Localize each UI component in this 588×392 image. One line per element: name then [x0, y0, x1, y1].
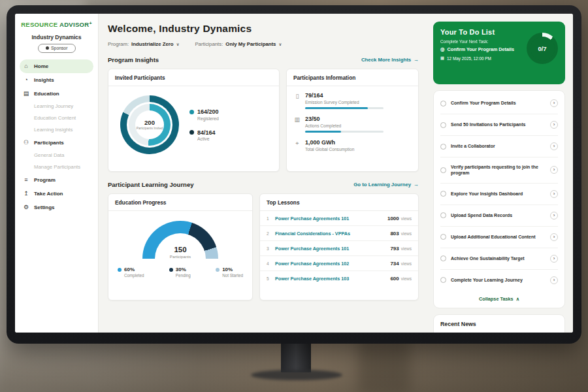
- chevron-right-icon[interactable]: ›: [550, 166, 558, 174]
- sidebar-item-label: Manage Participants: [34, 164, 80, 170]
- page-title: Welcome, Industry Dynamics: [108, 23, 419, 35]
- check-more-insights-label: Check More Insights: [361, 57, 411, 63]
- chevron-right-icon[interactable]: ›: [550, 212, 558, 220]
- sidebar-item-general-data[interactable]: General Data: [15, 150, 98, 161]
- lesson-link[interactable]: Power Purchase Agreements 102: [275, 261, 385, 267]
- participants-filter[interactable]: Participants: Only My Participants ∨: [195, 41, 282, 47]
- task-row[interactable]: Confirm Your Program Details ›: [440, 93, 558, 114]
- sidebar-item-take-action[interactable]: ↥ Take Action: [15, 187, 98, 201]
- chevron-right-icon[interactable]: ›: [550, 255, 558, 263]
- donut-center: 200 Participants Invited: [135, 110, 164, 139]
- pending-value: 30%: [176, 267, 186, 272]
- task-checkbox[interactable]: [440, 144, 446, 150]
- insights-icon: ◔: [23, 76, 29, 83]
- task-checkbox[interactable]: [440, 212, 446, 218]
- todo-summary-card: Your To Do List Complete Your Next Task:…: [433, 22, 565, 84]
- sidebar-item-learning-insights[interactable]: Learning Insights: [15, 124, 98, 136]
- actions-progress-bar: [305, 131, 384, 133]
- chevron-right-icon[interactable]: ›: [550, 142, 558, 150]
- todo-next-task-label: Confirm Your Program Details: [448, 46, 514, 52]
- sponsor-badge-label: Sponsor: [51, 46, 67, 50]
- learning-cards-row: Education Progress 150 Participants: [108, 193, 419, 301]
- task-checkbox[interactable]: [440, 191, 446, 197]
- stat-label: Emission Survey Completed: [305, 100, 384, 105]
- education-icon: ▤: [23, 90, 29, 97]
- sidebar-item-education-content[interactable]: Education Content: [15, 112, 98, 124]
- task-checkbox[interactable]: [440, 277, 446, 283]
- sidebar-item-settings[interactable]: ⚙ Settings: [15, 201, 98, 214]
- lesson-link[interactable]: Power Purchase Agreements 101: [275, 216, 383, 221]
- task-row[interactable]: Achieve One Sustainability Target ›: [440, 248, 558, 270]
- sidebar-item-learning-journey[interactable]: Learning Journey: [15, 101, 98, 112]
- task-row[interactable]: Verify participants requesting to join t…: [440, 157, 558, 184]
- check-more-insights-link[interactable]: Check More Insights →: [361, 57, 419, 63]
- completed-value: 60%: [124, 267, 135, 272]
- legend-item-pending: 30% Pending: [169, 267, 191, 278]
- lesson-views: 600views: [390, 276, 412, 282]
- program-icon: ≡: [23, 176, 29, 183]
- task-row[interactable]: Send 50 Invitations to Participants ›: [440, 114, 558, 136]
- lesson-link[interactable]: Power Purchase Agreements 101: [275, 246, 385, 252]
- task-checkbox[interactable]: [440, 101, 446, 106]
- lesson-views: 793views: [390, 246, 412, 252]
- task-checkbox[interactable]: [440, 234, 446, 240]
- sidebar-item-participants[interactable]: ⚇ Participants: [15, 136, 98, 150]
- logo-part2: ADVISOR: [59, 21, 89, 28]
- registered-dot: [189, 110, 194, 114]
- sidebar-item-label: Learning Insights: [34, 127, 73, 133]
- top-lessons-title: Top Lessons: [260, 194, 418, 211]
- main-content: Welcome, Industry Dynamics Program: Indu…: [99, 14, 427, 333]
- task-checkbox[interactable]: [440, 167, 446, 173]
- participants-filter-label: Participants:: [195, 41, 223, 47]
- education-progress-title: Education Progress: [108, 194, 252, 211]
- program-filter-label: Program:: [108, 41, 129, 47]
- sidebar-item-insights[interactable]: ◔ Insights: [15, 73, 98, 87]
- arrow-right-icon: →: [414, 57, 419, 63]
- sidebar-item-label: Education: [34, 91, 59, 97]
- lesson-views: 1000views: [387, 216, 412, 221]
- lesson-row: 5 Power Purchase Agreements 103 600views: [260, 271, 418, 286]
- lesson-link[interactable]: Power Purchase Agreements 103: [275, 276, 385, 282]
- lesson-link[interactable]: Financial Considerations - VPPAs: [275, 231, 385, 237]
- lesson-rank: 2: [267, 231, 270, 236]
- task-row[interactable]: Upload Spend Data Records ›: [440, 205, 558, 227]
- chevron-right-icon[interactable]: ›: [550, 233, 558, 241]
- chevron-right-icon[interactable]: ›: [550, 276, 558, 284]
- go-to-learning-journey-link[interactable]: Go to Learning Journey →: [353, 182, 419, 188]
- active-label: Active: [197, 137, 219, 141]
- logo-plus: +: [89, 21, 91, 25]
- sidebar-item-label: Home: [34, 63, 48, 69]
- chevron-right-icon[interactable]: ›: [550, 121, 558, 129]
- invited-participants-title: Invited Participants: [108, 69, 279, 86]
- lesson-views: 803views: [390, 231, 412, 237]
- pin-icon: ⌖: [294, 139, 301, 152]
- chevron-right-icon[interactable]: ›: [550, 99, 558, 107]
- program-filter[interactable]: Program: Industrialize Zero ∨: [108, 41, 179, 47]
- sponsor-badge[interactable]: Sponsor: [38, 44, 76, 53]
- lesson-rank: 4: [267, 261, 270, 266]
- task-checkbox[interactable]: [440, 122, 446, 128]
- participants-icon: ⚇: [23, 139, 29, 146]
- sidebar-item-manage-participants[interactable]: Manage Participants: [15, 161, 98, 173]
- collapse-tasks-button[interactable]: Collapse Tasks ∧: [440, 291, 558, 306]
- calendar-icon: ▦: [440, 56, 444, 61]
- pending-label: Pending: [176, 273, 191, 278]
- education-progress-card: Education Progress 150 Participants: [108, 193, 253, 301]
- sidebar-item-program[interactable]: ≡ Program: [15, 173, 98, 187]
- sidebar-item-label: Learning Journey: [34, 103, 73, 109]
- sidebar-item-education[interactable]: ▤ Education: [15, 87, 98, 101]
- participants-filter-value: Only My Participants: [225, 41, 276, 47]
- lesson-row: 3 Power Purchase Agreements 101 793views: [260, 241, 418, 256]
- task-row[interactable]: Upload Additional Educational Content ›: [440, 227, 558, 248]
- monitor-stand-neck: [281, 341, 311, 372]
- participants-information-card: Participants Information ▯ 79/164 Emissi…: [286, 69, 419, 172]
- participants-information-body: ▯ 79/164 Emission Survey Completed: [287, 86, 418, 152]
- program-insights-header: Program Insights Check More Insights →: [108, 56, 419, 63]
- task-row[interactable]: Invite a Collaborator ›: [440, 136, 558, 157]
- sidebar: RESOURCE ADVISOR+ Industry Dynamics Spon…: [15, 14, 99, 333]
- chevron-right-icon[interactable]: ›: [550, 190, 558, 198]
- sidebar-item-home[interactable]: ⌂ Home: [20, 59, 93, 73]
- task-row[interactable]: Explore Your Insights Dashboard ›: [440, 184, 558, 205]
- task-checkbox[interactable]: [440, 255, 446, 261]
- task-row[interactable]: Complete Your Learning Journey ›: [440, 270, 558, 291]
